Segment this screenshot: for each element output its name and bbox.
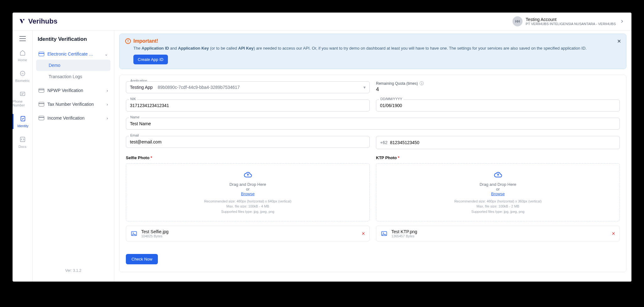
svg-point-6 — [133, 233, 134, 234]
group-tax-head[interactable]: Tax Number Verification › — [36, 99, 110, 110]
alert-body: The Application ID and Application Key (… — [125, 45, 620, 51]
version-label: Ver: 3.1.2 — [36, 265, 111, 276]
hamburger-icon — [19, 36, 26, 41]
subnav-demo[interactable]: Demo — [36, 60, 110, 71]
application-select[interactable]: Application Testing App 89b0890c-7cdf-44… — [126, 81, 370, 93]
create-app-id-button[interactable]: Create App ID — [133, 55, 168, 64]
ktp-file-name: Test KTP.png — [391, 229, 417, 234]
app-name: Testing App — [130, 85, 153, 90]
selfie-label: Selfie Photo * — [126, 155, 370, 160]
nav-home[interactable]: Home — [13, 48, 32, 63]
menu-toggle[interactable] — [13, 35, 32, 42]
selfie-dropzone[interactable]: Drag and Drop Here or Browse Recommended… — [126, 163, 370, 222]
check-now-button[interactable]: Check Now — [126, 254, 158, 264]
nik-input[interactable] — [126, 100, 370, 111]
group-electronic-cert: Electronic Certificate … ⌄ Demo Transact… — [36, 48, 111, 83]
form-card: Application Testing App 89b0890c-7cdf-44… — [119, 75, 626, 272]
logo-icon — [19, 18, 26, 25]
nav-phone[interactable]: Phone Number — [13, 89, 32, 108]
image-icon — [381, 230, 388, 237]
chevron-right-icon: › — [107, 102, 108, 107]
chevron-right-icon: › — [107, 116, 108, 121]
chevron-right-icon — [619, 18, 625, 24]
side-title: Identity Verification — [36, 36, 111, 42]
nav-docs[interactable]: Docs — [13, 135, 32, 150]
ktp-label: KTP Photo * — [376, 155, 620, 160]
subnav-transaction-logs[interactable]: Transaction Logs — [36, 71, 110, 82]
chevron-down-icon: ⌄ — [105, 52, 108, 57]
quota-label: Remaining Quota (times) i — [376, 81, 620, 86]
svg-text:AI: AI — [21, 72, 24, 75]
ktp-dropzone[interactable]: Drag and Drop Here or Browse Recommended… — [376, 163, 620, 222]
name-input[interactable] — [126, 118, 620, 130]
card-icon — [39, 102, 44, 106]
card-icon — [39, 88, 44, 93]
selfie-browse-link[interactable]: Browse — [241, 191, 255, 196]
dob-input[interactable] — [376, 100, 620, 111]
phone-country-code: +62 — [380, 140, 388, 145]
group-npwp: NPWP Verification › — [36, 84, 111, 96]
app-frame: Verihubs HH Testing Account PT VERIHUBS … — [13, 13, 631, 282]
phone-field[interactable]: +62 — [376, 136, 620, 149]
group-electronic-cert-head[interactable]: Electronic Certificate … ⌄ — [36, 48, 110, 60]
selfie-file-card: Test Selfie.jpg 104825 Bytes × — [126, 226, 370, 241]
nav-biometric[interactable]: AI Biometric — [13, 69, 32, 84]
ktp-remove-icon[interactable]: × — [612, 230, 615, 237]
svg-point-8 — [383, 233, 384, 234]
code-icon — [19, 136, 26, 143]
card-icon — [39, 52, 44, 56]
nav-identity[interactable]: Identity — [13, 114, 32, 129]
email-input[interactable] — [126, 136, 370, 148]
group-income-head[interactable]: Income Verification › — [36, 112, 110, 124]
home-icon — [19, 49, 26, 56]
account-org: PT VERIHUBS INTELIGENSIA NUSANTARA - VER… — [526, 22, 616, 26]
chevron-right-icon: › — [107, 88, 108, 93]
app-guid: 89b0890c-7cdf-44c9-bba4-3289b7534617 — [158, 85, 240, 90]
image-icon — [131, 230, 137, 237]
avatar: HH — [513, 16, 523, 26]
topbar: Verihubs HH Testing Account PT VERIHUBS … — [13, 13, 631, 30]
app-body: Home AI Biometric Phone Number Identity … — [13, 30, 631, 282]
selfie-remove-icon[interactable]: × — [362, 230, 365, 237]
info-icon[interactable]: i — [420, 81, 424, 85]
cloud-upload-icon — [493, 170, 503, 179]
identity-icon — [19, 115, 26, 122]
selfie-file-size: 104825 Bytes — [141, 234, 169, 238]
alert-title: ! Important! — [125, 38, 620, 44]
ktp-file-card: Test KTP.png 1365457 Bytes × — [376, 226, 620, 241]
info-icon: ! — [125, 38, 131, 44]
alert-close-icon[interactable]: ✕ — [617, 38, 621, 44]
ktp-browse-link[interactable]: Browse — [491, 191, 505, 196]
group-tax: Tax Number Verification › — [36, 98, 111, 110]
phone-input[interactable] — [390, 140, 616, 145]
selfie-file-name: Test Selfie.jpg — [141, 229, 169, 234]
side-panel: Identity Verification Electronic Certifi… — [33, 30, 114, 282]
message-icon — [19, 91, 26, 98]
account-widget[interactable]: HH Testing Account PT VERIHUBS INTELIGEN… — [513, 16, 625, 26]
group-income: Income Verification › — [36, 112, 111, 124]
brand-logo: Verihubs — [19, 17, 57, 25]
card-icon — [39, 116, 44, 120]
quota-value: 4 — [376, 86, 620, 93]
brand-name: Verihubs — [28, 17, 57, 25]
cloud-upload-icon — [243, 170, 253, 179]
ktp-file-size: 1365457 Bytes — [391, 234, 417, 238]
account-name: Testing Account — [526, 17, 616, 22]
svg-rect-2 — [20, 92, 25, 96]
alert-banner: ✕ ! Important! The Application ID and Ap… — [119, 34, 626, 69]
group-npwp-head[interactable]: NPWP Verification › — [36, 85, 110, 96]
caret-down-icon: ▾ — [363, 85, 366, 90]
biometric-icon: AI — [19, 70, 26, 77]
main-content: ✕ ! Important! The Application ID and Ap… — [114, 30, 631, 282]
icon-rail: Home AI Biometric Phone Number Identity … — [13, 30, 33, 282]
